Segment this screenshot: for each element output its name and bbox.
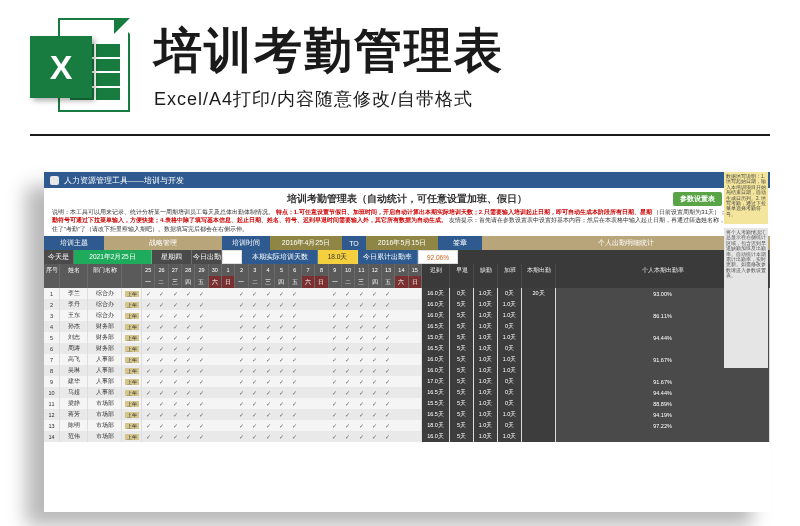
col-late: 迟到 <box>422 264 450 276</box>
day-col: 10 <box>342 264 355 276</box>
wk-col: 五 <box>195 276 208 288</box>
band-sign: 签章 <box>438 236 482 250</box>
wk-col: 一 <box>329 276 342 288</box>
table-row: 7高飞人事部上午✓✓✓✓✓✓✓✓✓✓✓✓✓✓✓16.0天5天1.0天1.0天91… <box>44 354 770 365</box>
rate-value: 92.06% <box>418 250 458 264</box>
day-col: 25 <box>142 264 155 276</box>
side-note-yellow: 数据填写说明：1. 填写起始日期，输入本培训项目开始与结束日期，自动生成日历列。… <box>724 172 768 224</box>
table-row: 6周涛财务部上午✓✓✓✓✓✓✓✓✓✓✓✓✓✓✓16.5天5天1.0天0天 <box>44 343 770 354</box>
wk-col: 三 <box>262 276 275 288</box>
day-col: 2 <box>235 264 248 276</box>
wk-col: 四 <box>369 276 382 288</box>
day-col: 27 <box>169 264 182 276</box>
col-name: 姓名 <box>60 264 88 276</box>
subtitle: Excel/A4打印/内容随意修改/自带格式 <box>154 87 770 111</box>
table-row: 3王东综合办上午✓✓✓✓✓✓✓✓✓✓✓✓✓✓✓16.0天5天1.0天1.0天86… <box>44 310 770 321</box>
today-att-label: 今日出勤 <box>192 250 222 264</box>
band-plan: 战略管理 <box>104 236 222 250</box>
param-settings-button[interactable]: 参数设置表 <box>673 192 722 206</box>
wk-col: 四 <box>275 276 288 288</box>
desc-prefix: 说明：本工具可以用来记录、统计分析某一周期培训员工每天及总体出勤体制情况。 <box>52 209 274 215</box>
day-col: 29 <box>195 264 208 276</box>
weekday: 星期四 <box>152 250 192 264</box>
band-to: TO <box>342 236 366 250</box>
month-actual-label: 本期实际培训天数 <box>242 250 318 264</box>
today-label: 今天是 <box>44 250 74 264</box>
spreadsheet-preview: 人力资源管理工具——培训与开发 培训考勤管理表（自动统计，可任意设置加班、假日）… <box>44 172 770 512</box>
col-actual: 本期出勤 <box>522 264 556 276</box>
table-row: 5刘志财务部上午✓✓✓✓✓✓✓✓✓✓✓✓✓✓✓15.0天5天1.0天1.0天94… <box>44 332 770 343</box>
wk-col: 六 <box>302 276 315 288</box>
data-rows: 1李兰综合办上午✓✓✓✓✓✓✓✓✓✓✓✓✓✓✓16.0天0天1.0天0天20天9… <box>44 288 770 442</box>
excel-badge: X <box>30 36 92 98</box>
col-absent: 缺勤 <box>474 264 498 276</box>
band-row: 培训主题 战略管理 培训时间 2016年4月25日 TO 2016年5月15日 … <box>44 236 770 250</box>
table-row: 12蒋芳市场部上午✓✓✓✓✓✓✓✓✓✓✓✓✓✓✓16.5天5天1.0天1.0天9… <box>44 409 770 420</box>
day-col: 4 <box>262 264 275 276</box>
wk-col: 日 <box>409 276 422 288</box>
col-early: 早退 <box>450 264 474 276</box>
col-wk: 一二三四五六日一二三四五六日一二三四五六日 <box>142 276 422 288</box>
wk-col: 一 <box>142 276 155 288</box>
wk-col: 六 <box>395 276 408 288</box>
day-col: 12 <box>369 264 382 276</box>
desc-mid: （日前设置周期为31天）； <box>653 209 726 215</box>
day-col: 8 <box>315 264 328 276</box>
sheet-ribbon: 人力资源管理工具——培训与开发 <box>44 172 770 188</box>
day-col: 5 <box>275 264 288 276</box>
wk-col: 六 <box>209 276 222 288</box>
day-col: 28 <box>182 264 195 276</box>
table-row: 9建华人事部上午✓✓✓✓✓✓✓✓✓✓✓✓✓✓✓17.0天5天1.0天0天91.6… <box>44 376 770 387</box>
preview-canvas: 人力资源管理工具——培训与开发 培训考勤管理表（自动统计，可任意设置加班、假日）… <box>0 172 800 512</box>
day-col: 13 <box>382 264 395 276</box>
wk-col: 二 <box>155 276 168 288</box>
column-header-wk: 一二三四五六日一二三四五六日一二三四五六日 <box>44 276 770 288</box>
main-title: 培训考勤管理表 <box>154 25 770 78</box>
wk-col: 五 <box>289 276 302 288</box>
wk-col: 二 <box>249 276 262 288</box>
table-row: 11梁静市场部上午✓✓✓✓✓✓✓✓✓✓✓✓✓✓✓15.5天5天1.0天0天88.… <box>44 398 770 409</box>
col-dept: 部门名称 <box>88 264 122 276</box>
day-col: 26 <box>155 264 168 276</box>
table-row: 10马超人事部上午✓✓✓✓✓✓✓✓✓✓✓✓✓✓✓16.5天5天1.0天0天94.… <box>44 387 770 398</box>
day-col: 7 <box>302 264 315 276</box>
column-header-days: 序号 姓名 部门名称 25262728293012345678910111213… <box>44 264 770 276</box>
wk-col: 日 <box>315 276 328 288</box>
promo-header: X 培训考勤管理表 Excel/A4打印/内容随意修改/自带格式 <box>0 0 800 128</box>
table-row: 1李兰综合办上午✓✓✓✓✓✓✓✓✓✓✓✓✓✓✓16.0天0天1.0天0天20天9… <box>44 288 770 299</box>
band-end: 2016年5月15日 <box>366 236 438 250</box>
col-session <box>122 264 142 276</box>
blank1 <box>222 250 242 264</box>
divider <box>30 134 770 136</box>
col-idx: 序号 <box>44 264 60 276</box>
doc-title: 培训考勤管理表（自动统计，可任意设置加班、假日） <box>287 193 527 204</box>
table-row: 2李丹综合办上午✓✓✓✓✓✓✓✓✓✓✓✓✓✓✓16.0天5天1.0天1.0天 <box>44 299 770 310</box>
table-row: 4孙杰财务部上午✓✓✓✓✓✓✓✓✓✓✓✓✓✓✓16.5天5天1.0天0天 <box>44 321 770 332</box>
wk-col: 一 <box>235 276 248 288</box>
day-col: 1 <box>222 264 235 276</box>
table-row: 14范伟市场部上午✓✓✓✓✓✓✓✓✓✓✓✓✓✓✓16.0天5天1.0天1.0天 <box>44 431 770 442</box>
band-start: 2016年4月25日 <box>270 236 342 250</box>
doc-title-row: 培训考勤管理表（自动统计，可任意设置加班、假日） 参数设置表 <box>44 188 770 208</box>
day-col: 14 <box>395 264 408 276</box>
today-date: 2021年2月25日 <box>74 250 152 264</box>
description: 说明：本工具可以用来记录、统计分析某一周期培训员工每天及总体出勤体制情况。 特点… <box>44 208 770 233</box>
day-col: 9 <box>329 264 342 276</box>
day-col: 15 <box>409 264 422 276</box>
side-note-grey: 将个人考勤情况汇总显示在右侧统计区域，包含迟到早退缺勤加班及出勤率。自动统计本期… <box>724 228 768 368</box>
days-value: 18.0天 <box>318 250 358 264</box>
desc-bold1: 特点：1.可任意设置节假日、加班时间，开启自动计算出本期实际培训天数；2.只需要… <box>276 209 652 215</box>
wk-col: 三 <box>355 276 368 288</box>
table-row: 8吴琳人事部上午✓✓✓✓✓✓✓✓✓✓✓✓✓✓✓16.0天5天1.0天1.0天 <box>44 365 770 376</box>
day-col: 11 <box>355 264 368 276</box>
wk-col: 三 <box>169 276 182 288</box>
band-time: 培训时间 <box>222 236 270 250</box>
rate-label: 今日累计出勤率 <box>358 250 418 264</box>
day-col: 3 <box>249 264 262 276</box>
day-col: 30 <box>209 264 222 276</box>
col-days: 252627282930123456789101112131415 <box>142 264 422 276</box>
title-block: 培训考勤管理表 Excel/A4打印/内容随意修改/自带格式 <box>154 25 770 112</box>
day-col: 6 <box>289 264 302 276</box>
wrench-icon <box>50 176 59 185</box>
band-topic: 培训主题 <box>44 236 104 250</box>
